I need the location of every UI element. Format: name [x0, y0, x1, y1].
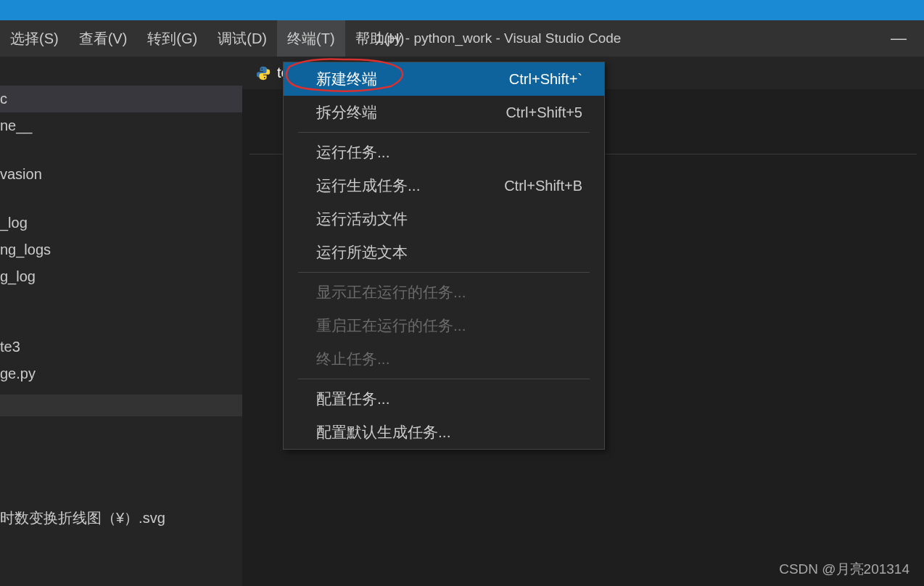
sidebar-item[interactable]: g_log	[0, 263, 242, 290]
menu-terminate-task: 终止任务...	[284, 342, 604, 376]
menu-item-label: 配置默认生成任务...	[316, 422, 451, 442]
menu-item-label: 运行活动文件	[316, 209, 408, 229]
menu-item-label: 重启正在运行的任务...	[316, 315, 466, 336]
menu-view[interactable]: 查看(V)	[69, 20, 138, 57]
terminal-dropdown-menu: 新建终端 Ctrl+Shift+` 拆分终端 Ctrl+Shift+5 运行任务…	[283, 62, 605, 450]
sidebar-divider	[0, 395, 242, 416]
explorer-sidebar: c ne__ vasion _log ng_logs g_log te3 ge.…	[0, 57, 242, 586]
menu-split-terminal[interactable]: 拆分终端 Ctrl+Shift+5	[284, 96, 604, 129]
menu-run-active-file[interactable]: 运行活动文件	[284, 202, 604, 236]
menu-items: 选择(S) 查看(V) 转到(G) 调试(D) 终端(T) 帮助(H)	[0, 20, 414, 57]
sidebar-bottom-item[interactable]: 时数变换折线图（¥）.svg	[0, 503, 242, 533]
menu-item-label: 新建终端	[316, 69, 377, 89]
menu-run-build-task[interactable]: 运行生成任务... Ctrl+Shift+B	[284, 169, 604, 202]
sidebar-item[interactable]: c	[0, 86, 242, 112]
menu-new-terminal[interactable]: 新建终端 Ctrl+Shift+`	[284, 62, 604, 96]
menu-debug[interactable]: 调试(D)	[207, 20, 277, 57]
menu-select[interactable]: 选择(S)	[0, 20, 69, 57]
menu-item-shortcut: Ctrl+Shift+B	[504, 178, 582, 194]
python-file-icon	[255, 65, 271, 81]
sidebar-item[interactable]: vasion	[0, 161, 242, 188]
title-bar-accent	[0, 0, 924, 20]
menu-goto[interactable]: 转到(G)	[137, 20, 207, 57]
menu-configure-default-build-task[interactable]: 配置默认生成任务...	[284, 416, 604, 449]
sidebar-item[interactable]: ne__	[0, 112, 242, 139]
menu-item-label: 显示正在运行的任务...	[316, 282, 466, 302]
spacer	[0, 312, 242, 334]
menu-item-shortcut: Ctrl+Shift+`	[509, 71, 582, 88]
menu-restart-running-tasks: 重启正在运行的任务...	[284, 309, 604, 342]
window-title: 1.py - python_work - Visual Studio Code	[376, 30, 622, 46]
menu-configure-tasks[interactable]: 配置任务...	[284, 382, 604, 416]
menu-bar: 选择(S) 查看(V) 转到(G) 调试(D) 终端(T) 帮助(H) 1.py…	[0, 20, 924, 57]
spacer	[0, 290, 242, 312]
sidebar-item[interactable]: te3	[0, 334, 242, 360]
sidebar-item[interactable]: _log	[0, 210, 242, 236]
menu-item-label: 配置任务...	[316, 389, 390, 409]
spacer	[0, 188, 242, 210]
menu-separator	[298, 379, 590, 379]
menu-item-shortcut: Ctrl+Shift+5	[506, 104, 582, 121]
sidebar-item[interactable]: ng_logs	[0, 236, 242, 263]
menu-terminal[interactable]: 终端(T)	[277, 20, 345, 57]
menu-item-label: 运行生成任务...	[316, 176, 421, 196]
minimize-button[interactable]: —	[888, 29, 909, 48]
sidebar-item[interactable]: ge.py	[0, 360, 242, 387]
menu-run-selected-text[interactable]: 运行所选文本	[284, 236, 604, 269]
menu-item-label: 运行任务...	[316, 142, 390, 162]
menu-separator	[298, 272, 590, 273]
menu-separator	[298, 132, 590, 133]
watermark: CSDN @月亮201314	[779, 560, 909, 579]
menu-item-label: 拆分终端	[316, 102, 377, 123]
menu-item-label: 运行所选文本	[316, 242, 408, 263]
menu-run-task[interactable]: 运行任务...	[284, 136, 604, 169]
menu-item-label: 终止任务...	[316, 349, 390, 369]
menu-show-running-tasks: 显示正在运行的任务...	[284, 276, 604, 309]
spacer	[0, 139, 242, 161]
